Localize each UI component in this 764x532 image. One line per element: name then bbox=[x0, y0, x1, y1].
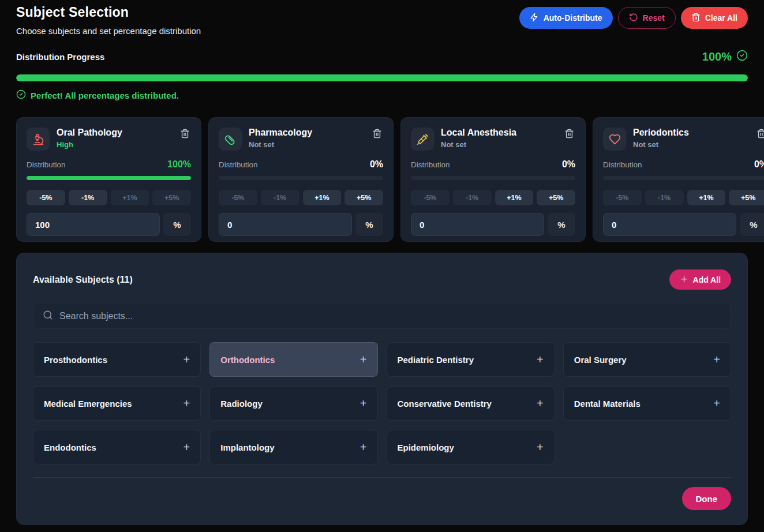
available-subjects-panel: Available Subjects (11) Add All Prosthod… bbox=[16, 253, 748, 525]
distribution-label: Distribution bbox=[603, 160, 642, 169]
subject-chip[interactable]: Prosthodontics + bbox=[33, 342, 201, 377]
percentage-input-row: % bbox=[27, 213, 191, 236]
plus-1-button[interactable]: +1% bbox=[303, 190, 342, 205]
plus-icon[interactable]: + bbox=[360, 354, 367, 365]
plus-1-button[interactable]: +1% bbox=[687, 190, 726, 205]
done-button[interactable]: Done bbox=[682, 487, 732, 510]
subject-chip-label: Orthodontics bbox=[220, 355, 275, 365]
distribution-label: Distribution bbox=[219, 160, 258, 169]
distribution-value: 0% bbox=[754, 159, 764, 170]
subject-chip[interactable]: Dental Materials + bbox=[563, 386, 731, 421]
minus-1-button[interactable]: -1% bbox=[645, 190, 684, 205]
page-title: Subject Selection bbox=[16, 5, 201, 20]
distribution-value: 0% bbox=[370, 159, 383, 170]
subject-chip[interactable]: Implantology + bbox=[209, 430, 377, 464]
minus-1-button[interactable]: -1% bbox=[69, 190, 107, 205]
zap-icon bbox=[530, 13, 539, 24]
percentage-input[interactable] bbox=[27, 213, 160, 236]
subject-chip[interactable]: Epidemiology + bbox=[387, 430, 555, 464]
subject-chip-label: Prosthodontics bbox=[44, 355, 107, 365]
subject-chip[interactable]: Medical Emergencies + bbox=[33, 386, 201, 421]
minus-1-button[interactable]: -1% bbox=[261, 190, 299, 205]
syringe-icon bbox=[411, 128, 434, 151]
search-icon bbox=[43, 310, 53, 323]
card-header: Oral Pathology High bbox=[27, 128, 191, 151]
remove-subject-button[interactable] bbox=[179, 128, 191, 141]
plus-5-button[interactable]: +5% bbox=[729, 190, 764, 205]
percent-sign: % bbox=[548, 213, 575, 236]
trash-icon bbox=[564, 132, 574, 140]
minus-5-button[interactable]: -5% bbox=[411, 190, 450, 205]
minus-5-button[interactable]: -5% bbox=[27, 190, 65, 205]
distribution-value: 100% bbox=[167, 159, 191, 170]
search-input[interactable] bbox=[59, 311, 721, 321]
subject-chip[interactable]: Conservative Dentistry + bbox=[387, 386, 555, 421]
plus-5-button[interactable]: +5% bbox=[344, 190, 383, 205]
remove-subject-button[interactable] bbox=[563, 128, 575, 141]
plus-1-button[interactable]: +1% bbox=[111, 190, 149, 205]
subject-chip[interactable]: Orthodontics + bbox=[209, 342, 377, 377]
plus-5-button[interactable]: +5% bbox=[152, 190, 191, 205]
subject-card-oral-pathology: Oral Pathology High Distribution 100% -5… bbox=[16, 117, 201, 242]
distribution-row: Distribution 100% bbox=[27, 159, 191, 170]
card-status: High bbox=[57, 140, 172, 149]
percentage-input[interactable] bbox=[219, 213, 352, 236]
auto-distribute-button[interactable]: Auto-Distribute bbox=[519, 7, 613, 29]
card-titles: Local Anesthesia Not set bbox=[441, 128, 556, 149]
plus-5-button[interactable]: +5% bbox=[537, 190, 575, 205]
subjects-chips-grid: Prosthodontics + Orthodontics + Pediatri… bbox=[33, 342, 731, 464]
subject-chip[interactable]: Pediatric Dentistry + bbox=[387, 342, 555, 377]
card-title: Periodontics bbox=[633, 128, 748, 138]
plus-icon[interactable]: + bbox=[183, 354, 190, 365]
check-circle-icon bbox=[16, 89, 26, 101]
stepper-row: -5% -1% +1% +5% bbox=[603, 190, 764, 205]
distribution-label: Distribution bbox=[411, 160, 450, 169]
page-subtitle: Choose subjects and set percentage distr… bbox=[16, 26, 201, 36]
selected-subjects-grid: Oral Pathology High Distribution 100% -5… bbox=[16, 117, 748, 242]
plus-1-button[interactable]: +1% bbox=[495, 190, 534, 205]
plus-icon[interactable]: + bbox=[183, 441, 190, 453]
clear-all-button[interactable]: Clear All bbox=[681, 7, 748, 29]
reset-button[interactable]: Reset bbox=[618, 7, 676, 29]
plus-icon[interactable]: + bbox=[537, 441, 544, 453]
trash-icon bbox=[756, 132, 764, 140]
distribution-row: Distribution 0% bbox=[603, 159, 764, 170]
card-header: Pharmacology Not set bbox=[219, 128, 383, 151]
clear-all-label: Clear All bbox=[705, 13, 737, 23]
plus-icon[interactable]: + bbox=[713, 398, 720, 409]
percentage-input[interactable] bbox=[603, 213, 736, 236]
subject-chip[interactable]: Endodontics + bbox=[33, 430, 201, 464]
subject-chip[interactable]: Oral Surgery + bbox=[563, 342, 731, 377]
trash-icon bbox=[180, 132, 190, 140]
remove-subject-button[interactable] bbox=[371, 128, 383, 141]
distribution-row: Distribution 0% bbox=[411, 159, 575, 170]
remove-subject-button[interactable] bbox=[755, 128, 764, 141]
plus-icon bbox=[680, 275, 688, 285]
progress-total-value: 100% bbox=[702, 50, 732, 63]
minus-5-button[interactable]: -5% bbox=[219, 190, 257, 205]
plus-icon[interactable]: + bbox=[183, 398, 190, 409]
plus-icon[interactable]: + bbox=[713, 354, 720, 365]
subject-chip-label: Radiology bbox=[220, 399, 263, 409]
plus-icon[interactable]: + bbox=[360, 398, 367, 409]
percentage-input-row: % bbox=[219, 213, 383, 236]
plus-icon[interactable]: + bbox=[537, 354, 544, 365]
reset-label: Reset bbox=[643, 13, 665, 23]
stepper-row: -5% -1% +1% +5% bbox=[219, 190, 383, 205]
card-progress-fill bbox=[27, 176, 191, 180]
plus-icon[interactable]: + bbox=[537, 398, 544, 409]
minus-5-button[interactable]: -5% bbox=[603, 190, 642, 205]
plus-icon[interactable]: + bbox=[360, 441, 367, 453]
panel-header: Available Subjects (11) Add All bbox=[33, 269, 731, 290]
progress-success-message: Perfect! All percentages distributed. bbox=[16, 89, 748, 101]
add-all-button[interactable]: Add All bbox=[669, 269, 731, 290]
subject-card-periodontics: Periodontics Not set Distribution 0% -5%… bbox=[593, 117, 764, 242]
minus-1-button[interactable]: -1% bbox=[453, 190, 492, 205]
trash-icon bbox=[691, 13, 701, 24]
percentage-input[interactable] bbox=[411, 213, 544, 236]
percent-sign: % bbox=[163, 213, 191, 236]
subject-chip[interactable]: Radiology + bbox=[209, 386, 377, 421]
progress-total: 100% bbox=[702, 50, 748, 64]
subject-selection-dialog: Subject Selection Choose subjects and se… bbox=[0, 0, 764, 525]
distribution-value: 0% bbox=[562, 159, 575, 170]
